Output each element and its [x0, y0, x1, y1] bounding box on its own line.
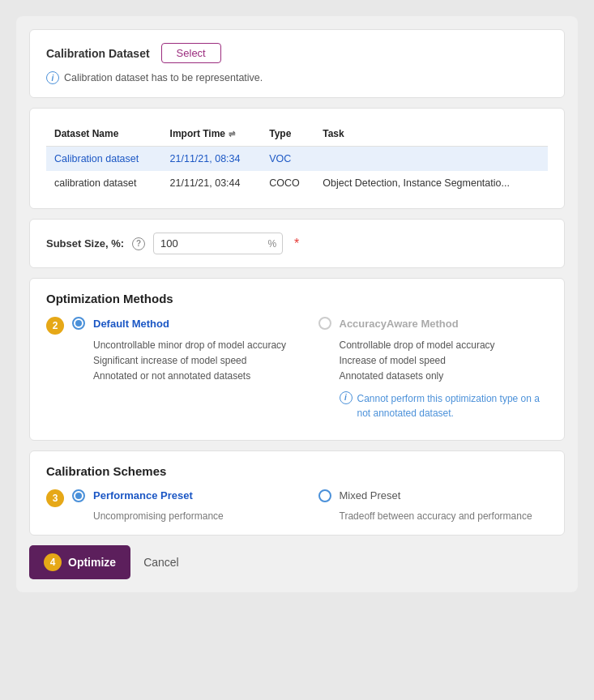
col-type: Type — [261, 122, 314, 147]
required-indicator: * — [294, 237, 299, 251]
performance-preset-label: Performance Preset — [93, 489, 193, 502]
subset-row: Subset Size, %: ? % * — [46, 233, 548, 254]
step-4-badge: 4 — [44, 553, 62, 571]
optimize-label: Optimize — [68, 556, 116, 569]
optimize-button[interactable]: 4 Optimize — [29, 545, 130, 579]
methods-grid: Default Method Uncontrollable minor drop… — [72, 317, 548, 420]
table-row[interactable]: calibration dataset 21/11/21, 03:44 COCO… — [46, 171, 548, 195]
mixed-preset: Mixed Preset Tradeoff between accuracy a… — [318, 489, 549, 522]
calibration-info-row: i Calibration dataset has to be represen… — [46, 71, 548, 84]
info-icon: i — [46, 71, 59, 84]
page-container: Calibration Dataset Select i Calibration… — [16, 16, 578, 592]
calibration-schemes-card: Calibration Schemes 3 Performance Preset… — [29, 450, 565, 536]
calibration-info-text: Calibration dataset has to be representa… — [64, 72, 263, 83]
calibration-dataset-label: Calibration Dataset — [46, 47, 150, 60]
accuracy-aware-method-desc: Controllable drop of model accuracy Incr… — [318, 338, 549, 385]
help-icon[interactable]: ? — [132, 237, 145, 250]
notice-icon: i — [340, 391, 353, 404]
subset-input-wrapper: % — [153, 233, 283, 254]
mixed-preset-row[interactable]: Mixed Preset — [318, 489, 549, 502]
dataset-table-card: Dataset Name Import Time ⇌ Type Task Cal… — [29, 108, 565, 209]
default-method-label: Default Method — [93, 318, 169, 330]
col-dataset-name: Dataset Name — [46, 122, 162, 147]
accuracy-aware-method-label: AccuracyAware Method — [340, 318, 459, 330]
col-task: Task — [314, 122, 548, 147]
performance-preset-desc: Uncompromising performance — [72, 510, 302, 522]
row-name: Calibration dataset — [46, 147, 162, 172]
schemes-grid: Performance Preset Uncompromising perfor… — [72, 489, 548, 522]
step-3-badge: 3 — [46, 489, 64, 507]
sort-icon[interactable]: ⇌ — [229, 130, 235, 139]
dataset-table: Dataset Name Import Time ⇌ Type Task Cal… — [46, 122, 548, 195]
subset-size-input[interactable] — [153, 233, 283, 254]
select-button[interactable]: Select — [161, 43, 221, 63]
default-method-desc: Uncontrollable minor drop of model accur… — [72, 338, 302, 385]
calibration-dataset-header: Calibration Dataset Select — [46, 43, 548, 63]
cannot-text: Cannot perform this optimization type on… — [357, 391, 549, 420]
mixed-preset-radio[interactable] — [318, 489, 331, 502]
accuracy-aware-method-row[interactable]: AccuracyAware Method — [318, 317, 549, 330]
cancel-button[interactable]: Cancel — [143, 556, 179, 569]
cannot-notice: i Cannot perform this optimization type … — [318, 391, 549, 420]
performance-preset-radio[interactable] — [72, 489, 85, 502]
subset-size-card: Subset Size, %: ? % * — [29, 219, 565, 268]
default-method-radio[interactable] — [72, 317, 85, 330]
performance-preset-row[interactable]: Performance Preset — [72, 489, 302, 502]
table-row[interactable]: Calibration dataset 21/11/21, 08:34 VOC — [46, 147, 548, 172]
actions-row: 4 Optimize Cancel — [29, 545, 565, 579]
row-type: VOC — [261, 147, 314, 172]
row-import-time: 21/11/21, 08:34 — [162, 147, 262, 172]
row-name: calibration dataset — [46, 171, 162, 195]
row-task: Object Detection, Instance Segmentatio..… — [314, 171, 548, 195]
table-header-row: Dataset Name Import Time ⇌ Type Task — [46, 122, 548, 147]
subset-label: Subset Size, %: — [46, 237, 124, 250]
accuracy-aware-method-radio[interactable] — [318, 317, 331, 330]
mixed-preset-desc: Tradeoff between accuracy and performanc… — [318, 510, 549, 522]
row-import-time: 21/11/21, 03:44 — [162, 171, 262, 195]
calibration-schemes-title: Calibration Schemes — [46, 464, 548, 478]
optimization-methods-card: Optimization Methods 2 Default Method Un… — [29, 278, 565, 441]
col-import-time: Import Time ⇌ — [162, 122, 262, 147]
default-method-row[interactable]: Default Method — [72, 317, 302, 330]
mixed-preset-label: Mixed Preset — [340, 489, 401, 502]
row-type: COCO — [261, 171, 314, 195]
optimization-methods-title: Optimization Methods — [46, 292, 548, 305]
step-2-badge: 2 — [46, 317, 64, 335]
default-method: Default Method Uncontrollable minor drop… — [72, 317, 302, 420]
subset-unit: % — [267, 238, 276, 250]
accuracy-aware-method: AccuracyAware Method Controllable drop o… — [318, 317, 549, 420]
calibration-dataset-card: Calibration Dataset Select i Calibration… — [29, 29, 565, 98]
performance-preset: Performance Preset Uncompromising perfor… — [72, 489, 302, 522]
row-task — [314, 147, 548, 172]
